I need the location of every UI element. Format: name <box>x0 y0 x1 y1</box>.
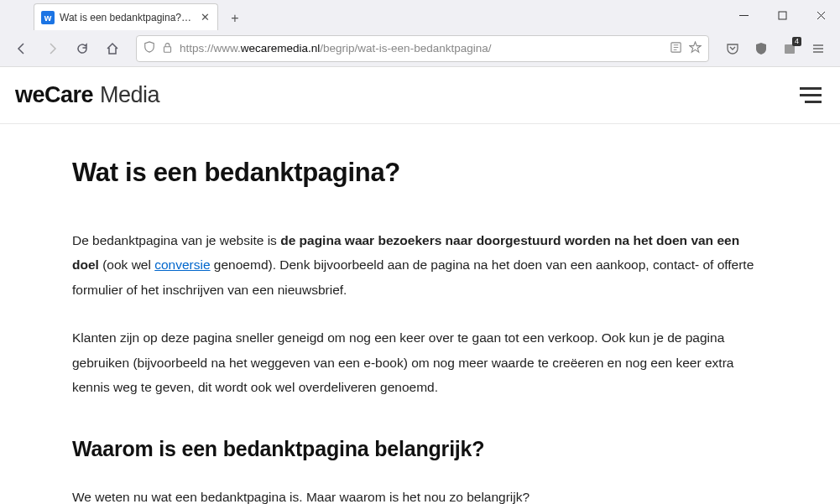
logo-bold: weCare <box>15 82 93 107</box>
tab-strip: w Wat is een bedanktpagina? 3 tip ✕ + <box>0 0 840 30</box>
svg-rect-1 <box>779 12 786 19</box>
section-heading: Waarom is een bedanktpagina belangrijk? <box>72 437 768 461</box>
tab-favicon: w <box>41 11 55 24</box>
browser-tab[interactable]: w Wat is een bedanktpagina? 3 tip ✕ <box>34 3 218 30</box>
home-button[interactable] <box>99 35 126 62</box>
tab-title: Wat is een bedanktpagina? 3 tip <box>60 12 194 23</box>
hamburger-line-icon <box>805 101 822 103</box>
address-bar[interactable]: https://www.wecaremedia.nl/begrip/wat-is… <box>136 35 709 62</box>
extension-icon[interactable]: 4 <box>776 35 803 62</box>
site-logo[interactable]: weCareMedia <box>15 82 159 108</box>
conversie-link[interactable]: conversie <box>154 257 210 272</box>
hamburger-line-icon <box>800 87 822 90</box>
article-content: Wat is een bedanktpagina? De bedanktpagi… <box>0 124 840 504</box>
shield-icon[interactable] <box>143 41 155 55</box>
forward-button[interactable] <box>39 35 65 62</box>
page-title: Wat is een bedanktpagina? <box>72 158 768 188</box>
reader-mode-icon[interactable] <box>670 41 682 56</box>
svg-rect-4 <box>164 46 170 52</box>
new-tab-button[interactable]: + <box>223 7 247 30</box>
site-header: weCareMedia <box>0 67 840 124</box>
window-controls <box>724 0 840 30</box>
window-minimize-button[interactable] <box>724 0 763 30</box>
reload-button[interactable] <box>69 35 96 62</box>
browser-chrome: w Wat is een bedanktpagina? 3 tip ✕ + ht… <box>0 0 840 67</box>
paragraph: Klanten zijn op deze pagina sneller gene… <box>72 325 768 399</box>
url-text: https://www.wecaremedia.nl/begrip/wat-is… <box>180 42 491 55</box>
window-maximize-button[interactable] <box>763 0 801 30</box>
paragraph: We weten nu wat een bedanktpagina is. Ma… <box>72 485 768 504</box>
bookmark-star-icon[interactable] <box>689 41 702 56</box>
back-button[interactable] <box>8 35 35 62</box>
ublock-icon[interactable] <box>748 35 775 62</box>
browser-toolbar: https://www.wecaremedia.nl/begrip/wat-is… <box>0 30 840 67</box>
toolbar-right-icons: 4 <box>719 35 832 62</box>
extension-badge: 4 <box>792 37 801 46</box>
paragraph: De bedanktpagina van je website is de pa… <box>72 228 768 302</box>
tab-close-button[interactable]: ✕ <box>199 12 211 23</box>
pocket-icon[interactable] <box>719 35 746 62</box>
menu-button[interactable] <box>796 84 825 107</box>
lock-icon[interactable] <box>162 42 173 55</box>
window-close-button[interactable] <box>801 0 840 30</box>
logo-light: Media <box>100 82 159 107</box>
app-menu-button[interactable] <box>805 35 832 62</box>
page-viewport: weCareMedia Wat is een bedanktpagina? De… <box>0 67 840 504</box>
hamburger-line-icon <box>800 94 822 96</box>
